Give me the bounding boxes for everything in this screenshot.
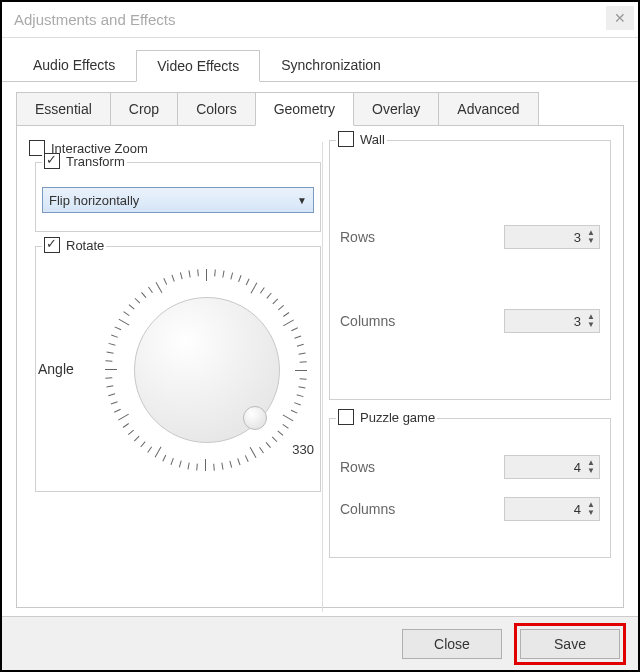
dial-knob-icon (243, 406, 267, 430)
wall-columns-value: 3 (574, 314, 581, 329)
wall-checkbox[interactable] (338, 131, 354, 147)
tab-advanced[interactable]: Advanced (438, 92, 538, 125)
main-tabs: Audio Effects Video Effects Synchronizat… (2, 38, 638, 82)
spinner-down-icon: ▼ (587, 509, 595, 517)
window-title: Adjustments and Effects (14, 11, 175, 28)
wall-group: Wall Rows 3 ▲▼ Columns 3 ▲▼ (329, 140, 611, 400)
tab-geometry[interactable]: Geometry (255, 92, 354, 126)
chevron-down-icon: ▼ (297, 195, 307, 206)
save-highlight: Save (514, 623, 626, 665)
tab-colors[interactable]: Colors (177, 92, 255, 125)
spinner-down-icon: ▼ (587, 321, 595, 329)
window-close-button[interactable]: ✕ (606, 6, 634, 30)
transform-dropdown[interactable]: Flip horizontally ▼ (42, 187, 314, 213)
rotate-label: Rotate (66, 238, 104, 253)
rotate-group: Rotate Angle 330 (35, 246, 321, 492)
transform-label: Transform (66, 154, 125, 169)
transform-checkbox[interactable] (44, 153, 60, 169)
tab-overlay[interactable]: Overlay (353, 92, 439, 125)
rotate-value-label: 330 (292, 442, 314, 457)
tab-synchronization[interactable]: Synchronization (260, 49, 402, 81)
puzzle-columns-value: 4 (574, 502, 581, 517)
tab-crop[interactable]: Crop (110, 92, 178, 125)
tab-essential[interactable]: Essential (16, 92, 111, 125)
sub-tabs: Essential Crop Colors Geometry Overlay A… (16, 92, 624, 126)
puzzle-rows-spinner[interactable]: 4 ▲▼ (504, 455, 600, 479)
close-button[interactable]: Close (402, 629, 502, 659)
puzzle-rows-label: Rows (340, 459, 375, 475)
save-button[interactable]: Save (520, 629, 620, 659)
footer: Close Save (2, 616, 638, 670)
angle-label: Angle (38, 361, 74, 377)
spinner-down-icon: ▼ (587, 237, 595, 245)
wall-columns-label: Columns (340, 313, 395, 329)
wall-label: Wall (360, 132, 385, 147)
transform-selected: Flip horizontally (49, 193, 139, 208)
puzzle-group: Puzzle game Rows 4 ▲▼ Columns 4 ▲▼ (329, 418, 611, 558)
tab-video-effects[interactable]: Video Effects (136, 50, 260, 82)
tab-audio-effects[interactable]: Audio Effects (12, 49, 136, 81)
puzzle-columns-spinner[interactable]: 4 ▲▼ (504, 497, 600, 521)
wall-columns-spinner[interactable]: 3 ▲▼ (504, 309, 600, 333)
vertical-separator (322, 142, 323, 612)
rotate-checkbox[interactable] (44, 237, 60, 253)
rotate-dial[interactable]: 330 (102, 265, 312, 475)
transform-group: Transform Flip horizontally ▼ (35, 162, 321, 232)
geometry-panel: Interactive Zoom Transform Flip horizont… (16, 126, 624, 608)
spinner-down-icon: ▼ (587, 467, 595, 475)
puzzle-label: Puzzle game (360, 410, 435, 425)
titlebar: Adjustments and Effects ✕ (2, 2, 638, 38)
puzzle-columns-label: Columns (340, 501, 395, 517)
wall-rows-spinner[interactable]: 3 ▲▼ (504, 225, 600, 249)
wall-rows-label: Rows (340, 229, 375, 245)
puzzle-rows-value: 4 (574, 460, 581, 475)
wall-rows-value: 3 (574, 230, 581, 245)
puzzle-checkbox[interactable] (338, 409, 354, 425)
